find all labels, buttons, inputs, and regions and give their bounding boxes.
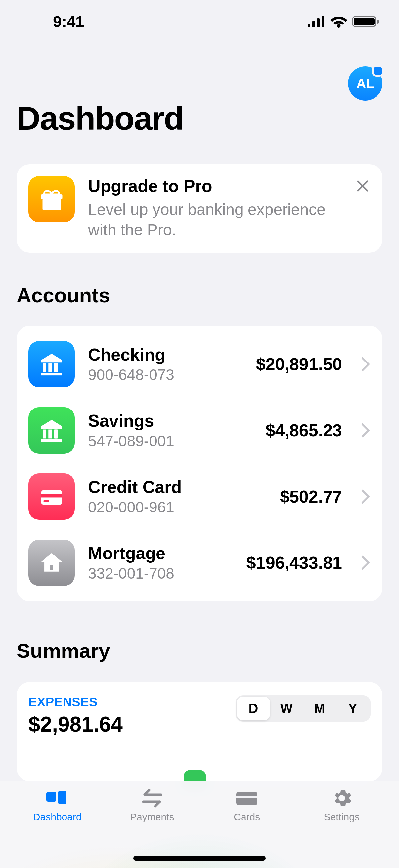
status-bar: 9:41 [0, 0, 399, 40]
tab-bar: Dashboard Payments Cards Settings [0, 781, 399, 868]
account-row-checking[interactable]: Checking 900-648-073 $20,891.50 [16, 331, 383, 397]
account-balance: $4,865.23 [266, 421, 342, 440]
svg-rect-16 [48, 430, 52, 439]
svg-rect-19 [41, 439, 62, 442]
summary-card: EXPENSES $2,981.64 D W M Y [16, 682, 383, 781]
svg-rect-0 [308, 24, 310, 28]
summary-section-title: Summary [16, 639, 110, 662]
svg-rect-2 [317, 18, 320, 28]
account-name: Checking [88, 345, 243, 365]
bank-icon [29, 407, 75, 454]
svg-rect-26 [236, 796, 257, 799]
promo-subtitle: Level up your banking experience with th… [88, 199, 341, 241]
period-segmented-control[interactable]: D W M Y [236, 695, 370, 722]
chevron-right-icon [361, 423, 370, 438]
chevron-right-icon [361, 357, 370, 371]
home-indicator[interactable] [133, 856, 266, 861]
tab-settings[interactable]: Settings [295, 788, 390, 868]
gift-icon [29, 176, 75, 222]
svg-rect-13 [55, 364, 58, 372]
account-number: 332-001-708 [88, 564, 233, 582]
cellular-signal-icon [308, 16, 326, 28]
tab-label: Payments [130, 811, 174, 823]
svg-rect-6 [377, 20, 379, 24]
account-row-savings[interactable]: Savings 547-089-001 $4,865.23 [16, 397, 383, 463]
chevron-right-icon [361, 489, 370, 504]
account-number: 900-648-073 [88, 366, 243, 384]
account-name: Mortgage [88, 543, 233, 563]
tab-label: Dashboard [33, 811, 82, 823]
account-number: 020-000-961 [88, 498, 267, 516]
tab-label: Cards [234, 811, 260, 823]
account-name: Savings [88, 411, 253, 431]
svg-rect-9 [50, 194, 53, 210]
svg-rect-15 [43, 430, 46, 439]
segment-month[interactable]: M [303, 696, 336, 720]
svg-rect-24 [58, 790, 66, 804]
gear-icon [332, 788, 352, 808]
dashboard-icon [45, 788, 69, 808]
svg-rect-14 [41, 373, 62, 375]
page-title: Dashboard [16, 99, 383, 137]
tab-dashboard[interactable]: Dashboard [10, 788, 105, 868]
status-time: 9:41 [53, 12, 84, 31]
svg-rect-11 [48, 364, 52, 372]
account-number: 547-089-001 [88, 432, 253, 450]
svg-rect-21 [41, 494, 62, 498]
avatar[interactable]: AL [348, 66, 383, 101]
chevron-right-icon [361, 556, 370, 570]
header: AL Dashboard [0, 56, 399, 137]
svg-rect-22 [44, 500, 49, 502]
transfer-icon [141, 788, 163, 808]
svg-rect-3 [322, 16, 324, 28]
close-icon[interactable] [355, 178, 370, 194]
account-row-credit[interactable]: Credit Card 020-000-961 $502.77 [16, 463, 383, 530]
segment-day[interactable]: D [237, 696, 270, 720]
credit-card-icon [29, 473, 75, 520]
accounts-section-title: Accounts [16, 283, 110, 307]
account-balance: $196,433.81 [246, 553, 342, 573]
accounts-list: Checking 900-648-073 $20,891.50 Savings … [16, 326, 383, 601]
account-name: Credit Card [88, 477, 267, 497]
svg-rect-10 [43, 364, 46, 372]
tab-label: Settings [324, 811, 360, 823]
svg-rect-18 [55, 430, 58, 439]
account-row-mortgage[interactable]: Mortgage 332-001-708 $196,433.81 [16, 530, 383, 596]
svg-rect-1 [312, 21, 315, 28]
status-icons [308, 15, 379, 28]
bank-icon [29, 341, 75, 387]
cards-icon [235, 788, 259, 808]
svg-rect-23 [46, 792, 56, 802]
svg-rect-5 [354, 18, 374, 26]
account-balance: $502.77 [280, 487, 342, 506]
account-balance: $20,891.50 [256, 354, 342, 374]
segment-year[interactable]: Y [336, 696, 369, 720]
promo-title: Upgrade to Pro [88, 176, 341, 196]
battery-icon [352, 15, 379, 28]
wifi-icon [330, 15, 347, 28]
segment-week[interactable]: W [270, 696, 303, 720]
chart-bar-peek [184, 770, 206, 781]
upgrade-promo-card[interactable]: Upgrade to Pro Level up your banking exp… [16, 164, 383, 253]
house-icon [29, 539, 75, 586]
promo-text: Upgrade to Pro Level up your banking exp… [88, 176, 341, 241]
